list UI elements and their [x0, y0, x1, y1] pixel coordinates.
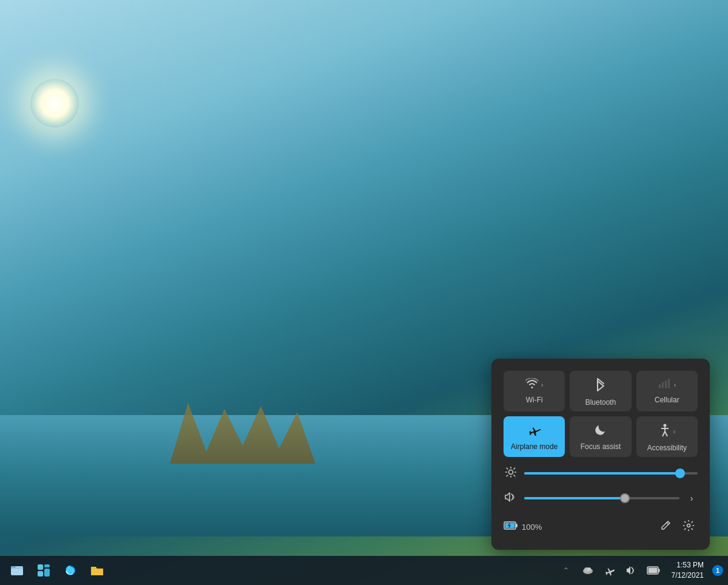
tray-airplane[interactable] — [600, 561, 619, 580]
focus-icon-row — [575, 424, 626, 439]
bluetooth-label: Bluetooth — [585, 398, 616, 407]
taskbar-icon-edge[interactable] — [58, 558, 83, 583]
airplane-icon-row — [508, 424, 560, 439]
brightness-fill — [524, 472, 680, 475]
toggle-grid: › Wi-Fi Bluetooth — [504, 371, 698, 457]
taskbar: ⌃ — [0, 556, 728, 585]
cellular-chevron: › — [674, 382, 676, 388]
svg-point-4 — [663, 424, 666, 427]
svg-rect-3 — [668, 379, 670, 388]
cellular-icon-row: › — [641, 378, 693, 392]
svg-line-14 — [507, 468, 508, 469]
desktop: › Wi-Fi Bluetooth — [0, 0, 728, 585]
svg-rect-0 — [659, 384, 661, 388]
settings-button[interactable] — [679, 516, 698, 538]
brightness-icon — [504, 467, 518, 480]
volume-thumb[interactable] — [620, 493, 630, 503]
svg-point-21 — [687, 524, 690, 527]
wifi-icon-row: › — [508, 378, 560, 392]
volume-track — [524, 497, 679, 499]
wifi-icon — [525, 378, 539, 392]
wifi-toggle[interactable]: › Wi-Fi — [504, 371, 565, 411]
up-arrow-icon: ⌃ — [563, 566, 569, 575]
svg-rect-2 — [665, 380, 667, 388]
svg-point-30 — [587, 567, 591, 571]
volume-chevron[interactable]: › — [686, 493, 698, 503]
svg-line-8 — [665, 431, 667, 436]
volume-row: › — [504, 492, 698, 504]
cellular-icon — [658, 378, 672, 392]
bluetooth-icon — [596, 378, 605, 394]
svg-rect-1 — [662, 382, 664, 388]
svg-point-9 — [509, 470, 513, 475]
bluetooth-icon-row — [575, 378, 626, 394]
sun-decoration — [30, 79, 79, 127]
svg-rect-23 — [11, 566, 16, 568]
svg-rect-33 — [658, 569, 660, 572]
brightness-slider[interactable] — [524, 472, 698, 475]
quick-settings-panel: › Wi-Fi Bluetooth — [491, 359, 710, 550]
taskbar-left — [5, 558, 109, 583]
accessibility-toggle[interactable]: › Accessibility — [636, 416, 698, 457]
airplane-toggle[interactable]: Airplane mode — [504, 416, 565, 457]
bluetooth-toggle[interactable]: Bluetooth — [570, 371, 631, 411]
brightness-thumb[interactable] — [675, 468, 685, 478]
sliders-section: › — [504, 467, 698, 504]
moon-icon — [595, 424, 607, 439]
svg-rect-26 — [44, 569, 50, 577]
cellular-label: Cellular — [655, 396, 679, 404]
battery-info: 100% — [504, 521, 542, 533]
system-tray: ⌃ — [556, 561, 663, 580]
wifi-chevron: › — [541, 382, 543, 388]
notification-badge[interactable]: 1 — [712, 565, 723, 576]
airplane-icon — [528, 424, 541, 439]
tray-battery[interactable] — [644, 561, 663, 580]
clock-date: 7/12/2021 — [672, 570, 704, 581]
battery-icon — [504, 521, 518, 533]
svg-line-16 — [514, 468, 515, 469]
edit-button[interactable] — [656, 516, 675, 538]
wifi-label: Wi-Fi — [526, 396, 543, 404]
bottom-bar: 100% — [504, 516, 698, 538]
accessibility-chevron: › — [673, 428, 675, 435]
accessibility-label: Accessibility — [647, 444, 687, 452]
svg-rect-27 — [38, 571, 43, 577]
cellular-toggle[interactable]: › Cellular — [636, 371, 698, 411]
tray-weather[interactable] — [578, 561, 598, 580]
tray-volume[interactable] — [622, 561, 641, 580]
svg-rect-25 — [44, 564, 50, 567]
accessibility-icon-row: › — [641, 424, 693, 440]
clock-area[interactable]: 1:53 PM 7/12/2021 — [667, 559, 709, 582]
battery-percentage: 100% — [522, 522, 542, 532]
svg-rect-24 — [38, 564, 43, 570]
stick-figure-icon — [659, 424, 671, 440]
svg-rect-32 — [648, 568, 657, 573]
focus-label: Focus assist — [581, 442, 621, 451]
brightness-row — [504, 467, 698, 480]
bottom-icons — [656, 516, 698, 538]
volume-fill — [524, 497, 625, 499]
svg-line-7 — [662, 431, 665, 436]
notification-count: 1 — [716, 567, 720, 574]
brightness-track — [524, 472, 698, 475]
taskbar-right: ⌃ — [556, 559, 723, 582]
taskbar-icon-folder[interactable] — [85, 558, 109, 583]
svg-rect-20 — [516, 524, 517, 527]
svg-line-15 — [514, 475, 515, 476]
svg-line-17 — [507, 475, 508, 476]
volume-slider[interactable] — [524, 497, 679, 499]
volume-icon — [504, 492, 518, 504]
taskbar-icon-file-explorer[interactable] — [5, 558, 29, 583]
tray-up-arrow[interactable]: ⌃ — [556, 561, 576, 580]
taskbar-icon-widgets[interactable] — [32, 558, 56, 583]
airplane-label: Airplane mode — [511, 442, 558, 451]
focus-toggle[interactable]: Focus assist — [570, 416, 631, 457]
clock-time: 1:53 PM — [676, 560, 704, 570]
